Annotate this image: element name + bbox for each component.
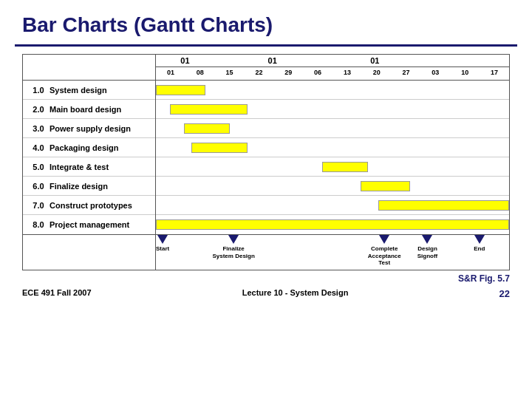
chart-body: 1.0 System design 2.0 Main board design …	[23, 81, 509, 234]
divider	[15, 44, 517, 47]
label-row: 5.0 Integrate & test	[23, 157, 155, 177]
milestone-acceptance: CompleteAcceptanceTest	[368, 235, 401, 267]
gantt-row-8	[156, 215, 509, 234]
milestone-start: Start	[156, 235, 169, 253]
gantt-header-row1: 01 01 01	[156, 55, 509, 67]
milestone-end: End	[474, 235, 485, 253]
label-row: 7.0 Construct prototypes	[23, 196, 155, 215]
gantt-row-1	[156, 81, 509, 100]
label-row: 4.0 Packaging design	[23, 138, 155, 157]
footer-page: 22	[499, 288, 510, 299]
gantt-header: 01 01 01 01 08 15 22 29 06 13 20 27 03 1…	[156, 55, 509, 80]
fig-ref: S&R Fig. 5.7	[0, 270, 532, 285]
gantt-row-4	[156, 138, 509, 157]
milestone-container: Start FinalizeSystem Design CompleteAcce…	[23, 234, 509, 270]
bar-finalize	[361, 181, 410, 191]
bar-main-board	[170, 104, 248, 115]
page-title: Bar Charts (Gantt Charts)	[0, 0, 532, 44]
footer-left: ECE 491 Fall 2007	[22, 288, 92, 299]
gantt-row-6	[156, 177, 509, 196]
gantt-row-2	[156, 100, 509, 119]
label-row: 8.0 Project management	[23, 215, 155, 234]
chart-header: 01 01 01 01 08 15 22 29 06 13 20 27 03 1…	[23, 55, 509, 81]
bar-prototypes	[378, 200, 509, 211]
milestone-finalize-system: FinalizeSystem Design	[212, 235, 254, 259]
label-row: 3.0 Power supply design	[23, 119, 155, 138]
milestone-signoff: DesignSignoff	[417, 235, 438, 259]
label-row: 1.0 System design	[23, 81, 155, 100]
bar-packaging	[191, 143, 248, 153]
footer-center: Lecture 10 - System Design	[242, 288, 349, 299]
bar-project-mgmt	[156, 219, 509, 230]
chart-container: 01 01 01 01 08 15 22 29 06 13 20 27 03 1…	[22, 54, 510, 270]
label-row: 6.0 Finalize design	[23, 177, 155, 196]
bar-integrate	[322, 162, 368, 172]
bar-system-design	[156, 85, 205, 95]
label-row: 2.0 Main board design	[23, 100, 155, 119]
gantt-header-row2: 01 08 15 22 29 06 13 20 27 03 10 17	[156, 67, 509, 78]
label-section: 1.0 System design 2.0 Main board design …	[23, 81, 156, 234]
gantt-row-7	[156, 196, 509, 215]
footer: ECE 491 Fall 2007 Lecture 10 - System De…	[0, 287, 532, 301]
label-col-header	[23, 55, 156, 80]
gantt-row-5	[156, 157, 509, 177]
bar-power-supply	[184, 123, 230, 134]
gantt-section	[156, 81, 509, 234]
gantt-row-3	[156, 119, 509, 138]
